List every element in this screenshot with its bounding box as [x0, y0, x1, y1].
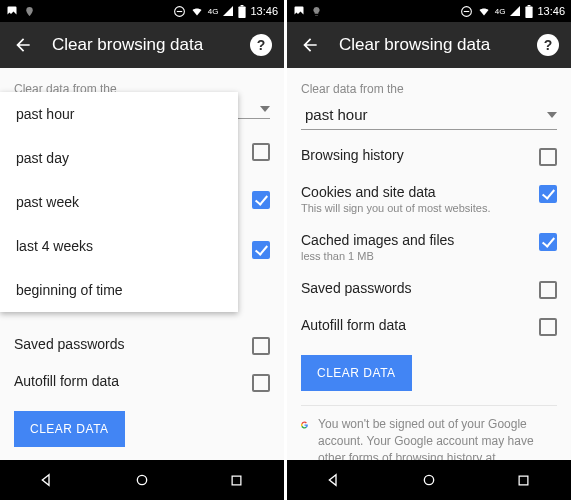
phone-left-screen: 4G 13:46 Clear browsing data ? Clear dat…	[0, 0, 284, 500]
status-bar: 4G 13:46	[287, 0, 571, 22]
autofill-label: Autofill form data	[14, 373, 244, 389]
dnd-icon	[460, 5, 473, 18]
phone-right-screen: 4G 13:46 Clear browsing data ? Clear dat…	[287, 0, 571, 500]
svg-rect-5	[232, 476, 241, 485]
nav-back-button[interactable]	[37, 470, 57, 490]
svg-rect-2	[239, 6, 246, 18]
nav-home-button[interactable]	[419, 470, 439, 490]
menu-item-past-hour[interactable]: past hour	[0, 92, 238, 136]
saved-passwords-label: Saved passwords	[301, 280, 531, 296]
help-button[interactable]: ?	[537, 34, 559, 56]
nav-bar	[0, 460, 284, 500]
clock: 13:46	[537, 5, 565, 17]
content-area: Clear data from the past hour Browsing h…	[287, 68, 571, 460]
chevron-down-icon	[260, 106, 270, 112]
svg-point-4	[137, 475, 146, 484]
cookies-checkbox[interactable]	[539, 185, 557, 203]
bulb-icon	[311, 6, 322, 17]
section-label: Clear data from the	[301, 82, 557, 96]
dropdown-selected: past hour	[305, 106, 368, 123]
autofill-row[interactable]: Autofill form data	[14, 364, 270, 401]
wifi-icon	[477, 5, 491, 17]
browsing-history-label: Browsing history	[301, 147, 531, 163]
cookies-row[interactable]: Cookies and site data This will sign you…	[301, 175, 557, 223]
browsing-history-checkbox[interactable]	[252, 143, 270, 161]
browsing-history-checkbox[interactable]	[539, 148, 557, 166]
nav-recents-button[interactable]	[227, 470, 247, 490]
cookies-sublabel: This will sign you out of most websites.	[301, 202, 531, 214]
page-title: Clear browsing data	[52, 35, 250, 55]
saved-passwords-row[interactable]: Saved passwords	[301, 271, 557, 308]
svg-rect-8	[526, 6, 533, 18]
back-button[interactable]	[12, 34, 34, 56]
time-range-dropdown[interactable]: past hour	[301, 100, 557, 130]
menu-item-past-day[interactable]: past day	[0, 136, 238, 180]
help-button[interactable]: ?	[250, 34, 272, 56]
location-icon	[24, 6, 35, 17]
svg-point-10	[424, 475, 433, 484]
svg-rect-1	[177, 10, 182, 11]
clear-data-button[interactable]: CLEAR DATA	[301, 355, 412, 391]
wifi-icon	[190, 5, 204, 17]
page-title: Clear browsing data	[339, 35, 537, 55]
saved-passwords-checkbox[interactable]	[539, 281, 557, 299]
nav-bar	[287, 460, 571, 500]
cached-label: Cached images and files	[301, 232, 531, 248]
svg-rect-11	[519, 476, 528, 485]
menu-item-past-week[interactable]: past week	[0, 180, 238, 224]
cached-checkbox[interactable]	[252, 241, 270, 259]
cached-checkbox[interactable]	[539, 233, 557, 251]
autofill-checkbox[interactable]	[252, 374, 270, 392]
back-button[interactable]	[299, 34, 321, 56]
saved-passwords-row[interactable]: Saved passwords	[14, 327, 270, 364]
nav-recents-button[interactable]	[514, 470, 534, 490]
svg-rect-9	[528, 5, 531, 6]
image-icon	[293, 5, 305, 17]
app-bar: Clear browsing data ?	[0, 22, 284, 68]
signal-label: 4G	[495, 7, 506, 16]
cell-icon	[222, 5, 234, 17]
time-range-menu: past hour past day past week last 4 week…	[0, 92, 238, 312]
autofill-checkbox[interactable]	[539, 318, 557, 336]
menu-item-last-4-weeks[interactable]: last 4 weeks	[0, 224, 238, 268]
clock: 13:46	[250, 5, 278, 17]
footer-text: You won't be signed out of your Google a…	[318, 416, 557, 460]
battery-icon	[238, 5, 246, 18]
chevron-down-icon	[547, 112, 557, 118]
nav-home-button[interactable]	[132, 470, 152, 490]
autofill-label: Autofill form data	[301, 317, 531, 333]
svg-rect-3	[241, 5, 244, 6]
cached-sublabel: less than 1 MB	[301, 250, 531, 262]
autofill-row[interactable]: Autofill form data	[301, 308, 557, 345]
cookies-label: Cookies and site data	[301, 184, 531, 200]
google-logo-icon	[301, 416, 308, 434]
dnd-icon	[173, 5, 186, 18]
image-icon	[6, 5, 18, 17]
cell-icon	[509, 5, 521, 17]
footer-note: You won't be signed out of your Google a…	[301, 405, 557, 460]
clear-data-button[interactable]: CLEAR DATA	[14, 411, 125, 447]
nav-back-button[interactable]	[324, 470, 344, 490]
content-area: Clear data from the past hour past day p…	[0, 68, 284, 460]
svg-rect-7	[464, 10, 469, 11]
cached-row[interactable]: Cached images and files less than 1 MB	[301, 223, 557, 271]
signal-label: 4G	[208, 7, 219, 16]
saved-passwords-label: Saved passwords	[14, 336, 244, 352]
status-bar: 4G 13:46	[0, 0, 284, 22]
battery-icon	[525, 5, 533, 18]
menu-item-beginning-of-time[interactable]: beginning of time	[0, 268, 238, 312]
cookies-checkbox[interactable]	[252, 191, 270, 209]
browsing-history-row[interactable]: Browsing history	[301, 138, 557, 175]
app-bar: Clear browsing data ?	[287, 22, 571, 68]
saved-passwords-checkbox[interactable]	[252, 337, 270, 355]
